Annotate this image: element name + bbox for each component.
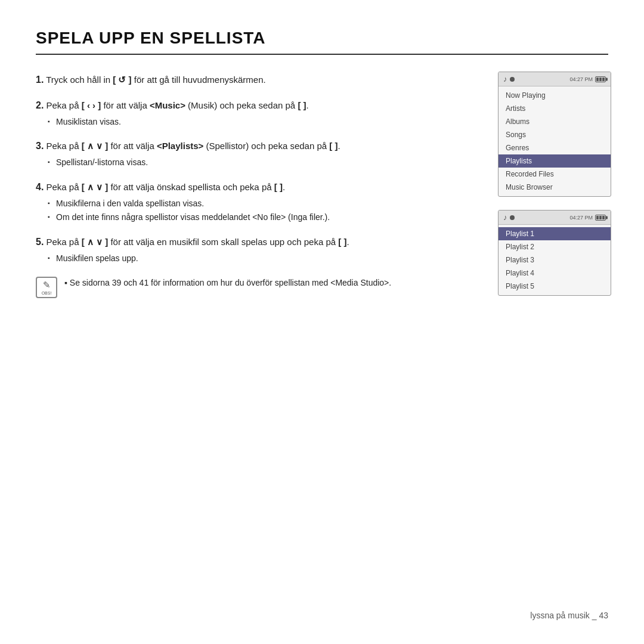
music-note-icon-2: ♪ <box>503 213 507 222</box>
screen-1-header: ♪ 04:27 PM <box>499 72 611 86</box>
screen-2-header: ♪ 04:27 PM <box>499 210 611 225</box>
page-title: SPELA UPP EN SPELLISTA <box>36 29 608 55</box>
menu-songs[interactable]: Songs <box>499 128 611 141</box>
playlist-5-item[interactable]: Playlist 5 <box>499 280 611 293</box>
menu-music-browser[interactable]: Music Browser <box>499 181 611 194</box>
screen-2: ♪ 04:27 PM Playlist 1 Playlist 2 Playlis… <box>498 210 611 296</box>
step-1-text: Tryck och håll in [ ↺ ] för att gå till … <box>46 75 265 85</box>
step-3-bullet-1: Spellistan/-listorna visas. <box>48 156 423 169</box>
screens-column: ♪ 04:27 PM Now Playing Artists Albums So… <box>498 72 611 296</box>
step-2-num: 2. <box>36 100 44 110</box>
menu-now-playing[interactable]: Now Playing <box>499 89 611 102</box>
step-3-text: Peka på [ ∧ ∨ ] för att välja <Playlists… <box>47 141 340 151</box>
menu-albums[interactable]: Albums <box>499 115 611 128</box>
screen-1-time: 04:27 PM <box>569 76 593 82</box>
step-3: 3. Peka på [ ∧ ∨ ] för att välja <Playli… <box>36 139 423 169</box>
menu-playlists[interactable]: Playlists <box>499 154 611 168</box>
menu-genres[interactable]: Genres <box>499 141 611 154</box>
note-box: ✎ OBS! ▪ Se sidorna 39 och 41 för inform… <box>36 277 423 298</box>
screen-2-time: 04:27 PM <box>569 215 593 221</box>
signal-icon-2 <box>510 215 515 220</box>
step-5-bullets: Musikfilen spelas upp. <box>48 252 423 265</box>
step-2-text: Peka på [ ‹ › ] för att välja <Music> (M… <box>47 100 309 110</box>
steps-container: 1. Tryck och håll in [ ↺ ] för att gå ti… <box>36 73 423 298</box>
step-2-bullets: Musiklistan visas. <box>48 116 423 129</box>
step-4-bullets: Musikfilerna i den valda spellistan visa… <box>48 197 423 224</box>
step-3-bullets: Spellistan/-listorna visas. <box>48 156 423 169</box>
step-5: 5. Peka på [ ∧ ∨ ] för att välja en musi… <box>36 235 423 265</box>
step-4-text: Peka på [ ∧ ∨ ] för att välja önskad spe… <box>47 182 286 192</box>
page-footer: lyssna på musik _ 43 <box>530 611 608 620</box>
step-2: 2. Peka på [ ‹ › ] för att välja <Music>… <box>36 98 423 128</box>
signal-icon-1 <box>510 77 515 82</box>
step-2-bullet-1: Musiklistan visas. <box>48 116 423 129</box>
step-1-num: 1. <box>36 75 44 85</box>
obs-label: OBS! <box>42 291 52 295</box>
step-5-text: Peka på [ ∧ ∨ ] för att välja en musikfi… <box>47 237 349 247</box>
step-4-bullet-1: Musikfilerna i den valda spellistan visa… <box>48 197 423 210</box>
note-text: ▪ Se sidorna 39 och 41 för information o… <box>64 277 391 289</box>
playlist-1-item[interactable]: Playlist 1 <box>499 227 611 240</box>
menu-artists[interactable]: Artists <box>499 102 611 115</box>
music-note-icon-1: ♪ <box>503 75 507 83</box>
screen-1: ♪ 04:27 PM Now Playing Artists Albums So… <box>498 72 611 197</box>
screen-1-body: Now Playing Artists Albums Songs Genres … <box>499 86 611 196</box>
playlist-4-item[interactable]: Playlist 4 <box>499 267 611 280</box>
battery-icon-1 <box>595 76 606 82</box>
step-1: 1. Tryck och håll in [ ↺ ] för att gå ti… <box>36 73 423 88</box>
step-4-bullet-2: Om det inte finns några spellistor visas… <box>48 211 423 224</box>
menu-recorded-files[interactable]: Recorded Files <box>499 168 611 181</box>
step-3-num: 3. <box>36 141 44 151</box>
battery-icon-2 <box>595 215 606 221</box>
step-4-num: 4. <box>36 182 44 192</box>
note-icon: ✎ OBS! <box>36 277 57 298</box>
screen-1-header-left: ♪ <box>503 75 515 83</box>
playlist-3-item[interactable]: Playlist 3 <box>499 253 611 267</box>
screen-2-header-left: ♪ <box>503 213 515 222</box>
playlist-2-item[interactable]: Playlist 2 <box>499 240 611 253</box>
step-5-num: 5. <box>36 237 44 247</box>
screen-2-body: Playlist 1 Playlist 2 Playlist 3 Playlis… <box>499 225 611 295</box>
step-4: 4. Peka på [ ∧ ∨ ] för att välja önskad … <box>36 180 423 224</box>
step-5-bullet-1: Musikfilen spelas upp. <box>48 252 423 265</box>
